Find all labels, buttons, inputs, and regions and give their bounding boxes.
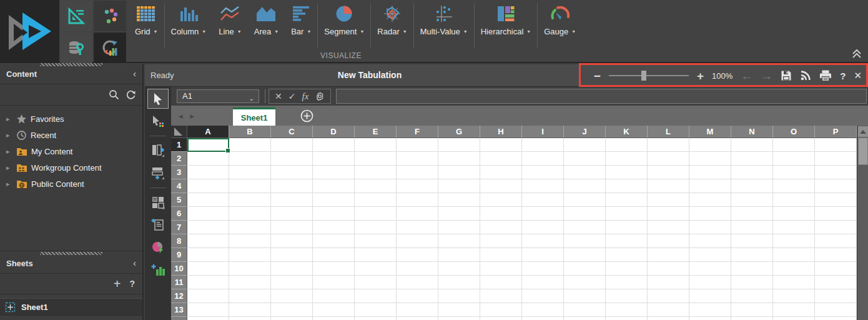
multi-select-cursor-button[interactable] — [147, 111, 169, 131]
row-header-6[interactable]: 6 — [171, 207, 187, 221]
radar-chart-button[interactable]: Radar▼ — [371, 0, 413, 49]
grid-cell-P2[interactable] — [815, 152, 857, 166]
grid-cell-M14[interactable] — [689, 317, 731, 320]
cancel-entry-button[interactable]: ✕ — [275, 92, 282, 101]
grid-cell-O3[interactable] — [773, 166, 815, 179]
grid-cell-J1[interactable] — [564, 138, 606, 152]
grid-cell-K3[interactable] — [606, 166, 648, 179]
grid-cell-C12[interactable] — [271, 289, 313, 303]
grid-cell-N2[interactable] — [731, 152, 773, 166]
grid-cell-P11[interactable] — [815, 276, 857, 289]
grid-cell-G8[interactable] — [438, 234, 480, 248]
column-chart-button[interactable]: Column▼ — [165, 0, 213, 49]
grid-cell-I12[interactable] — [522, 289, 564, 303]
row-header-4[interactable]: 4 — [171, 179, 187, 193]
grid-cell-A10[interactable] — [187, 262, 229, 276]
grid-cell-C3[interactable] — [271, 166, 313, 179]
grid-cell-M3[interactable] — [689, 166, 731, 179]
grid-cell-J2[interactable] — [564, 152, 606, 166]
grid-cell-N12[interactable] — [731, 289, 773, 303]
row-header-8[interactable]: 8 — [171, 234, 187, 248]
grid-cell-P14[interactable] — [815, 317, 857, 320]
grid-cell-A13[interactable] — [187, 303, 229, 317]
grid-cell-F11[interactable] — [397, 276, 438, 289]
column-header-L[interactable]: L — [648, 126, 689, 138]
column-header-P[interactable]: P — [815, 126, 857, 138]
grid-cell-A9[interactable] — [187, 248, 229, 262]
column-header-K[interactable]: K — [606, 126, 648, 138]
grid-cell-N13[interactable] — [731, 303, 773, 317]
row-header-11[interactable]: 11 — [171, 276, 187, 289]
grid-cell-J4[interactable] — [564, 179, 606, 193]
grid-cell-E14[interactable] — [355, 317, 397, 320]
grid-cell-K4[interactable] — [606, 179, 648, 193]
grid-cell-B1[interactable] — [229, 138, 271, 152]
column-header-M[interactable]: M — [689, 126, 731, 138]
grid-cell-G11[interactable] — [438, 276, 480, 289]
expand-caret-icon[interactable]: ▸ — [6, 131, 12, 139]
grid-cell-O1[interactable] — [773, 138, 815, 152]
row-header-5[interactable]: 5 — [171, 193, 187, 207]
grid-cell-C8[interactable] — [271, 234, 313, 248]
grid-cell-P5[interactable] — [815, 193, 857, 207]
grid-cell-P12[interactable] — [815, 289, 857, 303]
row-header-13[interactable]: 13 — [171, 303, 187, 317]
zoom-out-button[interactable]: − — [594, 70, 601, 82]
row-header-1[interactable]: 1 — [171, 138, 187, 152]
hierarchical-chart-button[interactable]: Hierarchical▼ — [475, 0, 538, 49]
grid-cell-D1[interactable] — [313, 138, 355, 152]
area-chart-button[interactable]: Area▼ — [248, 0, 285, 49]
grid-cell-K7[interactable] — [606, 221, 648, 234]
grid-cell-G14[interactable] — [438, 317, 480, 320]
grid-cell-F10[interactable] — [397, 262, 438, 276]
grid-cell-A2[interactable] — [187, 152, 229, 166]
column-header-E[interactable]: E — [355, 126, 397, 138]
collapse-ribbon-button[interactable] — [851, 48, 863, 60]
grid-cell-D4[interactable] — [313, 179, 355, 193]
zoom-slider[interactable] — [609, 70, 689, 81]
grid-cell-K13[interactable] — [606, 303, 648, 317]
grid-cell-J14[interactable] — [564, 317, 606, 320]
grid-cell-D10[interactable] — [313, 262, 355, 276]
design-module-button[interactable] — [60, 1, 92, 31]
grid-cell-B9[interactable] — [229, 248, 271, 262]
grid-chart-button[interactable]: Grid▼ — [129, 0, 164, 49]
grid-cell-C6[interactable] — [271, 207, 313, 221]
grid-cell-I8[interactable] — [522, 234, 564, 248]
row-header-3[interactable]: 3 — [171, 166, 187, 179]
grid-cell-J8[interactable] — [564, 234, 606, 248]
row-header-7[interactable]: 7 — [171, 221, 187, 234]
formula-input[interactable] — [336, 89, 867, 104]
column-header-B[interactable]: B — [229, 126, 271, 138]
grid-cell-B5[interactable] — [229, 193, 271, 207]
grid-cell-K9[interactable] — [606, 248, 648, 262]
grid-cell-J10[interactable] — [564, 262, 606, 276]
grid-cell-N14[interactable] — [731, 317, 773, 320]
grid-cell-K1[interactable] — [606, 138, 648, 152]
expand-caret-icon[interactable]: ▸ — [6, 115, 12, 123]
grid-cell-A11[interactable] — [187, 276, 229, 289]
grid-cell-H8[interactable] — [480, 234, 522, 248]
grid-cell-F13[interactable] — [397, 303, 438, 317]
grid-cell-I11[interactable] — [522, 276, 564, 289]
grid-cell-M6[interactable] — [689, 207, 731, 221]
insert-row-panel-button[interactable] — [147, 163, 169, 183]
grid-cell-F1[interactable] — [397, 138, 438, 152]
discover-module-button[interactable] — [94, 1, 126, 31]
grid-cell-J7[interactable] — [564, 221, 606, 234]
feed-button[interactable] — [800, 70, 811, 81]
grid-cell-O2[interactable] — [773, 152, 815, 166]
grid-cell-C1[interactable] — [271, 138, 313, 152]
grid-cell-O10[interactable] — [773, 262, 815, 276]
grid-cell-O4[interactable] — [773, 179, 815, 193]
grid-cell-E2[interactable] — [355, 152, 397, 166]
grid-cell-H9[interactable] — [480, 248, 522, 262]
grid-cell-E8[interactable] — [355, 234, 397, 248]
grid-cell-E12[interactable] — [355, 289, 397, 303]
grid-cell-H14[interactable] — [480, 317, 522, 320]
grid-cell-H6[interactable] — [480, 207, 522, 221]
redo-forward-button[interactable]: → — [761, 70, 772, 82]
grid-cell-B4[interactable] — [229, 179, 271, 193]
grid-cell-F12[interactable] — [397, 289, 438, 303]
grid-cell-A7[interactable] — [187, 221, 229, 234]
